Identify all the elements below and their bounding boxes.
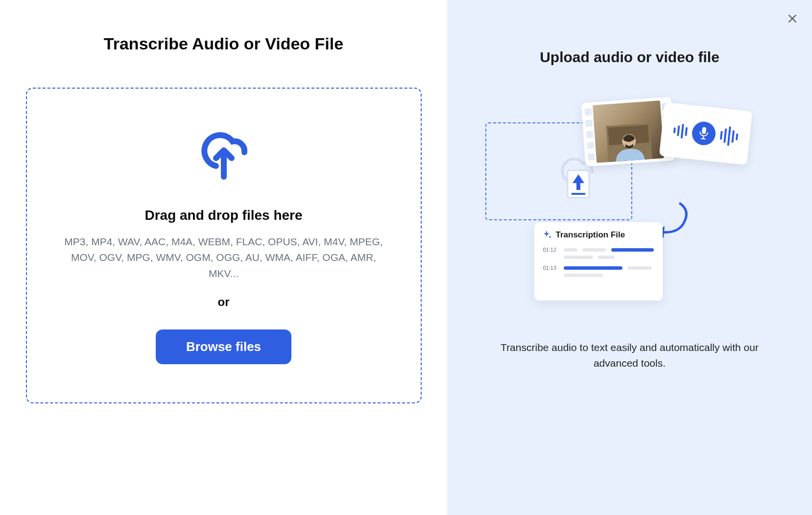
transcript-timestamp: 01:12: [543, 247, 559, 253]
right-title: Upload audio or video file: [540, 49, 719, 66]
waveform-left-icon: [672, 123, 688, 139]
supported-formats: MP3, MP4, WAV, AAC, M4A, WEBM, FLAC, OPU…: [61, 234, 386, 282]
drop-headline: Drag and drop files here: [144, 208, 302, 223]
cloud-upload-icon: [194, 127, 253, 181]
transcript-timestamp: 01:13: [543, 265, 559, 271]
upload-illustration: Transcription File 01:12 01:13: [485, 100, 774, 315]
left-panel: Transcribe Audio or Video File Drag and …: [0, 0, 447, 515]
or-separator: or: [218, 295, 230, 309]
svg-rect-9: [701, 127, 706, 134]
page-title: Transcribe Audio or Video File: [104, 34, 343, 53]
svg-line-11: [700, 139, 705, 139]
close-button[interactable]: [783, 9, 802, 28]
transcript-card-title: Transcription File: [556, 230, 625, 240]
right-panel: Upload audio or video file: [447, 0, 812, 515]
illustration-video-thumbnail: [593, 100, 664, 163]
right-description: Transcribe audio to text easily and auto…: [490, 340, 769, 371]
file-drop-zone[interactable]: Drag and drop files here MP3, MP4, WAV, …: [26, 88, 422, 403]
browse-files-button[interactable]: Browse files: [156, 329, 291, 364]
sparkle-icon: [543, 231, 552, 239]
microphone-icon: [691, 120, 716, 146]
waveform-right-icon: [719, 125, 739, 147]
close-icon: [786, 12, 799, 25]
illustration-audio-card: [659, 102, 752, 165]
illustration-transcript-card: Transcription File 01:12 01:13: [534, 222, 663, 301]
